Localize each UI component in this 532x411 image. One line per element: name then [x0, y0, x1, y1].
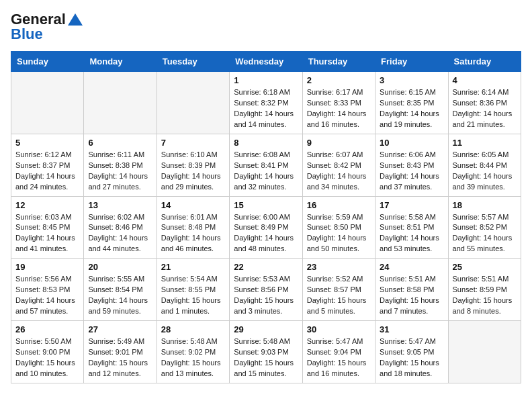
day-number: 12 [15, 200, 79, 210]
calendar-cell: 18Sunrise: 5:57 AM Sunset: 8:52 PM Dayli… [448, 196, 521, 259]
day-info: Sunrise: 6:06 AM Sunset: 8:43 PM Dayligh… [380, 150, 443, 193]
day-number: 28 [161, 324, 225, 334]
day-of-week-header: Sunday [11, 52, 84, 72]
day-number: 16 [307, 200, 371, 210]
calendar-cell: 14Sunrise: 6:01 AM Sunset: 8:48 PM Dayli… [157, 196, 229, 259]
day-info: Sunrise: 6:02 AM Sunset: 8:46 PM Dayligh… [88, 212, 152, 255]
calendar-cell: 17Sunrise: 5:58 AM Sunset: 8:51 PM Dayli… [375, 196, 448, 259]
day-number: 31 [380, 324, 443, 334]
day-number: 13 [88, 200, 152, 210]
day-number: 21 [161, 262, 225, 272]
calendar-cell: 2Sunrise: 6:17 AM Sunset: 8:33 PM Daylig… [302, 72, 375, 134]
day-info: Sunrise: 6:07 AM Sunset: 8:42 PM Dayligh… [307, 150, 371, 193]
day-info: Sunrise: 5:49 AM Sunset: 9:01 PM Dayligh… [88, 336, 152, 379]
calendar-cell [157, 72, 229, 134]
day-info: Sunrise: 5:47 AM Sunset: 9:05 PM Dayligh… [380, 336, 443, 379]
calendar-cell [11, 72, 84, 134]
day-of-week-header: Monday [84, 52, 157, 72]
day-number: 4 [453, 75, 517, 85]
day-number: 19 [15, 262, 79, 272]
day-of-week-header: Thursday [302, 52, 375, 72]
day-info: Sunrise: 5:48 AM Sunset: 9:02 PM Dayligh… [161, 336, 225, 379]
day-of-week-header: Friday [375, 52, 448, 72]
calendar-cell: 24Sunrise: 5:51 AM Sunset: 8:58 PM Dayli… [375, 259, 448, 321]
calendar-cell: 16Sunrise: 5:59 AM Sunset: 8:50 PM Dayli… [302, 196, 375, 259]
day-info: Sunrise: 5:52 AM Sunset: 8:57 PM Dayligh… [307, 274, 371, 317]
day-number: 24 [380, 262, 443, 272]
logo-icon [68, 13, 83, 26]
day-info: Sunrise: 5:54 AM Sunset: 8:55 PM Dayligh… [161, 274, 225, 317]
day-number: 18 [453, 200, 517, 210]
day-number: 22 [234, 262, 298, 272]
day-number: 26 [15, 324, 79, 334]
day-number: 23 [307, 262, 371, 272]
day-info: Sunrise: 6:11 AM Sunset: 8:38 PM Dayligh… [88, 150, 152, 193]
calendar-cell: 28Sunrise: 5:48 AM Sunset: 9:02 PM Dayli… [157, 321, 229, 383]
day-number: 15 [234, 200, 298, 210]
logo: General Blue [11, 11, 83, 43]
calendar-cell: 27Sunrise: 5:49 AM Sunset: 9:01 PM Dayli… [84, 321, 157, 383]
day-info: Sunrise: 6:00 AM Sunset: 8:49 PM Dayligh… [234, 212, 298, 255]
calendar-cell: 11Sunrise: 6:05 AM Sunset: 8:44 PM Dayli… [448, 134, 521, 196]
calendar-cell: 9Sunrise: 6:07 AM Sunset: 8:42 PM Daylig… [302, 134, 375, 196]
calendar-cell: 8Sunrise: 6:08 AM Sunset: 8:41 PM Daylig… [230, 134, 302, 196]
calendar-cell: 23Sunrise: 5:52 AM Sunset: 8:57 PM Dayli… [302, 259, 375, 321]
calendar-cell: 31Sunrise: 5:47 AM Sunset: 9:05 PM Dayli… [375, 321, 448, 383]
day-info: Sunrise: 6:18 AM Sunset: 8:32 PM Dayligh… [234, 87, 298, 130]
calendar-week-row: 1Sunrise: 6:18 AM Sunset: 8:32 PM Daylig… [11, 72, 521, 134]
day-number: 25 [453, 262, 517, 272]
day-info: Sunrise: 6:03 AM Sunset: 8:45 PM Dayligh… [15, 212, 79, 255]
day-number: 30 [307, 324, 371, 334]
calendar-cell: 12Sunrise: 6:03 AM Sunset: 8:45 PM Dayli… [11, 196, 84, 259]
calendar-cell: 20Sunrise: 5:55 AM Sunset: 8:54 PM Dayli… [84, 259, 157, 321]
day-number: 8 [234, 138, 298, 148]
day-number: 6 [88, 138, 152, 148]
day-number: 9 [307, 138, 371, 148]
day-info: Sunrise: 5:55 AM Sunset: 8:54 PM Dayligh… [88, 274, 152, 317]
calendar-cell [448, 321, 521, 383]
calendar-header-row: SundayMondayTuesdayWednesdayThursdayFrid… [11, 52, 521, 72]
day-number: 27 [88, 324, 152, 334]
calendar-cell: 3Sunrise: 6:15 AM Sunset: 8:35 PM Daylig… [375, 72, 448, 134]
calendar-week-row: 26Sunrise: 5:50 AM Sunset: 9:00 PM Dayli… [11, 321, 521, 383]
calendar-cell: 29Sunrise: 5:48 AM Sunset: 9:03 PM Dayli… [230, 321, 302, 383]
day-number: 29 [234, 324, 298, 334]
calendar-cell: 21Sunrise: 5:54 AM Sunset: 8:55 PM Dayli… [157, 259, 229, 321]
calendar-cell: 5Sunrise: 6:12 AM Sunset: 8:37 PM Daylig… [11, 134, 84, 196]
day-info: Sunrise: 5:53 AM Sunset: 8:56 PM Dayligh… [234, 274, 298, 317]
day-info: Sunrise: 5:56 AM Sunset: 8:53 PM Dayligh… [15, 274, 79, 317]
day-number: 20 [88, 262, 152, 272]
calendar-week-row: 5Sunrise: 6:12 AM Sunset: 8:37 PM Daylig… [11, 134, 521, 196]
svg-marker-0 [68, 13, 83, 26]
day-info: Sunrise: 6:05 AM Sunset: 8:44 PM Dayligh… [453, 150, 517, 193]
calendar-cell: 1Sunrise: 6:18 AM Sunset: 8:32 PM Daylig… [230, 72, 302, 134]
calendar-cell: 6Sunrise: 6:11 AM Sunset: 8:38 PM Daylig… [84, 134, 157, 196]
calendar-cell: 22Sunrise: 5:53 AM Sunset: 8:56 PM Dayli… [230, 259, 302, 321]
day-info: Sunrise: 5:48 AM Sunset: 9:03 PM Dayligh… [234, 336, 298, 379]
day-info: Sunrise: 5:58 AM Sunset: 8:51 PM Dayligh… [380, 212, 443, 255]
day-info: Sunrise: 5:51 AM Sunset: 8:58 PM Dayligh… [380, 274, 443, 317]
day-of-week-header: Wednesday [230, 52, 302, 72]
day-number: 1 [234, 75, 298, 85]
day-info: Sunrise: 5:50 AM Sunset: 9:00 PM Dayligh… [15, 336, 79, 379]
calendar-cell: 4Sunrise: 6:14 AM Sunset: 8:36 PM Daylig… [448, 72, 521, 134]
day-number: 5 [15, 138, 79, 148]
logo-blue: Blue [11, 26, 43, 43]
day-info: Sunrise: 6:08 AM Sunset: 8:41 PM Dayligh… [234, 150, 298, 193]
page-header: General Blue [11, 11, 521, 43]
day-number: 7 [161, 138, 225, 148]
day-info: Sunrise: 5:59 AM Sunset: 8:50 PM Dayligh… [307, 212, 371, 255]
day-info: Sunrise: 5:57 AM Sunset: 8:52 PM Dayligh… [453, 212, 517, 255]
day-of-week-header: Tuesday [157, 52, 229, 72]
day-number: 14 [161, 200, 225, 210]
day-info: Sunrise: 6:15 AM Sunset: 8:35 PM Dayligh… [380, 87, 443, 130]
calendar-cell: 19Sunrise: 5:56 AM Sunset: 8:53 PM Dayli… [11, 259, 84, 321]
day-info: Sunrise: 5:51 AM Sunset: 8:59 PM Dayligh… [453, 274, 517, 317]
day-number: 11 [453, 138, 517, 148]
calendar-cell [84, 72, 157, 134]
day-info: Sunrise: 6:14 AM Sunset: 8:36 PM Dayligh… [453, 87, 517, 130]
day-number: 10 [380, 138, 443, 148]
calendar-cell: 30Sunrise: 5:47 AM Sunset: 9:04 PM Dayli… [302, 321, 375, 383]
calendar-table: SundayMondayTuesdayWednesdayThursdayFrid… [11, 51, 521, 383]
day-info: Sunrise: 6:10 AM Sunset: 8:39 PM Dayligh… [161, 150, 225, 193]
